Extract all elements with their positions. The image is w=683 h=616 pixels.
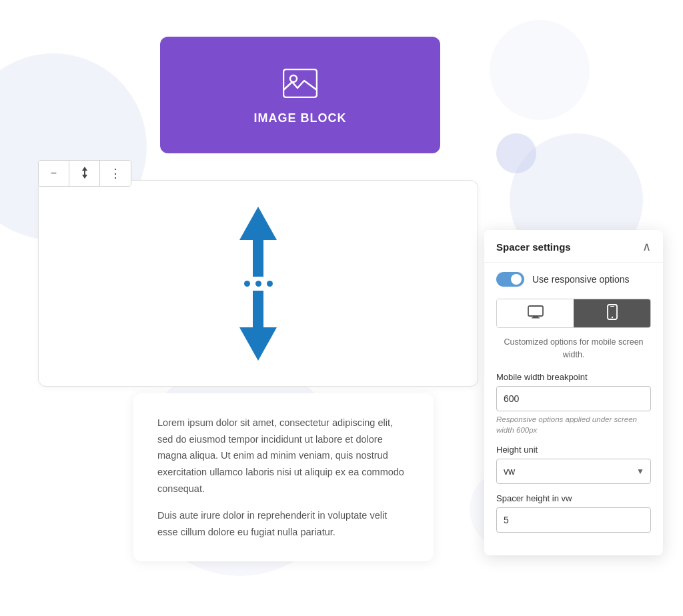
settings-panel: Spacer settings ∧ Use responsive options bbox=[484, 230, 663, 555]
block-toolbar: − ⋮ bbox=[38, 160, 131, 187]
svg-rect-2 bbox=[84, 171, 85, 175]
svg-rect-0 bbox=[283, 69, 317, 97]
panel-collapse-button[interactable]: ∧ bbox=[642, 241, 651, 253]
responsive-note: Customized options for mobile screen wid… bbox=[496, 336, 651, 361]
desktop-icon bbox=[528, 305, 544, 322]
mobile-tab[interactable] bbox=[574, 299, 650, 327]
height-unit-wrapper: px em rem vw vh % ▼ bbox=[496, 459, 651, 484]
main-content: IMAGE BLOCK − ⋮ bbox=[0, 0, 683, 616]
toolbar-updown-button[interactable] bbox=[69, 161, 100, 186]
svg-point-1 bbox=[290, 75, 297, 82]
arrow-up-shaft bbox=[253, 240, 263, 277]
panel-body: Use responsive options bbox=[484, 263, 663, 542]
mobile-width-input[interactable] bbox=[496, 386, 651, 411]
toolbar-more-button[interactable]: ⋮ bbox=[100, 161, 131, 186]
svg-rect-8 bbox=[610, 306, 614, 307]
desktop-tab[interactable] bbox=[497, 299, 574, 327]
arrow-down-shaft bbox=[253, 291, 263, 327]
panel-title: Spacer settings bbox=[496, 241, 571, 253]
svg-rect-4 bbox=[533, 316, 538, 317]
text-content-card: Lorem ipsum dolor sit amet, consectetur … bbox=[133, 393, 434, 561]
spacer-height-input[interactable] bbox=[496, 507, 651, 533]
arrow-dot-3 bbox=[267, 281, 273, 287]
svg-rect-5 bbox=[532, 317, 540, 319]
toggle-thumb bbox=[511, 274, 522, 285]
arrow-up-head bbox=[239, 207, 277, 240]
device-tabs bbox=[496, 299, 651, 328]
responsive-toggle[interactable] bbox=[496, 272, 524, 287]
height-unit-select[interactable]: px em rem vw vh % bbox=[496, 459, 651, 484]
svg-rect-3 bbox=[528, 306, 543, 316]
arrow-dots bbox=[244, 281, 273, 287]
toggle-label: Use responsive options bbox=[532, 274, 630, 285]
arrow-down-head bbox=[239, 327, 277, 361]
mobile-width-label: Mobile width breakpoint bbox=[496, 372, 651, 382]
text-paragraph-2: Duis aute irure dolor in reprehenderit i… bbox=[157, 507, 410, 540]
spacer-height-label: Spacer height in vw bbox=[496, 493, 651, 503]
mobile-width-hint: Responsive options applied under screen … bbox=[496, 414, 651, 435]
arrow-dot-2 bbox=[255, 281, 261, 287]
text-paragraph-1: Lorem ipsum dolor sit amet, consectetur … bbox=[157, 415, 410, 497]
panel-header: Spacer settings ∧ bbox=[484, 230, 663, 263]
image-block-icon bbox=[281, 65, 319, 102]
responsive-toggle-row: Use responsive options bbox=[496, 272, 651, 287]
toggle-track bbox=[496, 272, 524, 287]
height-unit-label: Height unit bbox=[496, 445, 651, 455]
svg-point-7 bbox=[611, 316, 612, 317]
spacer-arrows bbox=[239, 207, 277, 361]
arrow-dot-1 bbox=[244, 281, 250, 287]
spacer-block-card bbox=[38, 180, 478, 387]
toolbar-minus-button[interactable]: − bbox=[39, 161, 69, 186]
image-block-label: IMAGE BLOCK bbox=[254, 111, 347, 125]
image-block-card: IMAGE BLOCK bbox=[160, 37, 440, 153]
mobile-icon bbox=[607, 304, 618, 323]
